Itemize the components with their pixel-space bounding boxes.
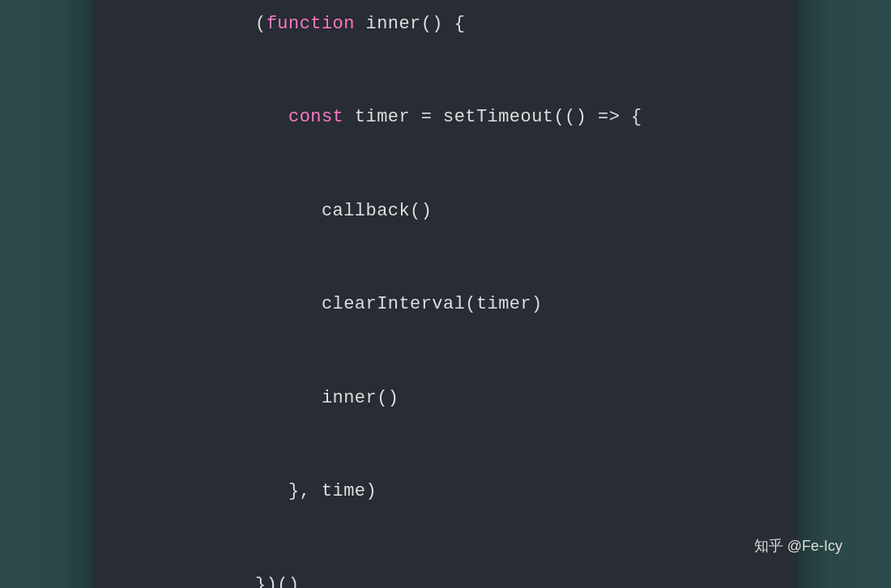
code-line-3: const timer = setTimeout(() => { xyxy=(134,71,757,165)
code-line-2: (function inner() { xyxy=(134,0,757,71)
code-block: const mySetInterval = (callback, time) =… xyxy=(93,0,798,588)
code-line-4: callback() xyxy=(134,164,757,258)
keyword-const-2: const xyxy=(288,107,355,127)
background: const mySetInterval = (callback, time) =… xyxy=(0,0,891,588)
keyword-function: function xyxy=(266,14,355,34)
code-window: const mySetInterval = (callback, time) =… xyxy=(93,0,798,588)
code-line-7: }, time) xyxy=(134,445,757,539)
code-line-6: inner() xyxy=(134,352,757,445)
code-line-8: })() xyxy=(134,539,757,588)
code-line-5: clearInterval(timer) xyxy=(134,258,757,352)
watermark: 知乎 @Fe-Icy xyxy=(754,536,842,556)
